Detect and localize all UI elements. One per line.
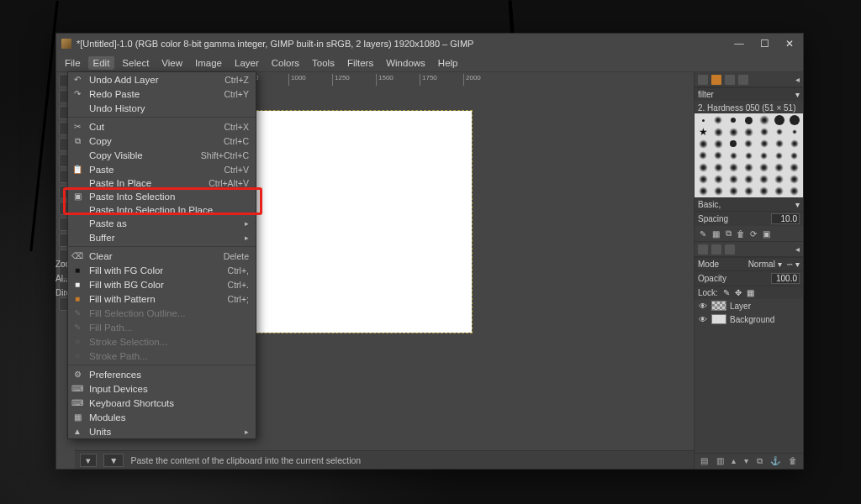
visibility-icon[interactable]: 👁 [698, 315, 708, 324]
dock-tab[interactable] [738, 75, 748, 85]
opacity-input[interactable] [771, 273, 800, 284]
brush-preset[interactable] [772, 150, 787, 161]
brush-preset[interactable] [726, 161, 741, 173]
dock-tab[interactable] [725, 244, 735, 255]
delete-layer-icon[interactable]: 🗑 [789, 456, 797, 466]
menu-item-buffer[interactable]: Buffer▸ [68, 230, 256, 244]
visibility-icon[interactable]: 👁 [698, 302, 708, 311]
brush-preset[interactable] [787, 161, 802, 173]
brush-preset[interactable] [772, 114, 787, 126]
brush-preset[interactable] [772, 173, 787, 185]
mode-value[interactable]: Normal [748, 260, 775, 269]
dup-layer-icon[interactable]: ⧉ [757, 456, 763, 466]
menu-tools[interactable]: Tools [307, 56, 340, 70]
brush-preset[interactable] [710, 161, 726, 173]
brush-preset[interactable] [787, 173, 802, 185]
menu-select[interactable]: Select [117, 56, 154, 70]
brush-preset[interactable] [787, 126, 802, 138]
layer-row[interactable]: 👁 Layer [695, 299, 803, 312]
titlebar[interactable]: *[Untitled]-1.0 (RGB color 8-bit gamma i… [56, 34, 803, 54]
brush-preset[interactable] [787, 150, 802, 161]
menu-item-paste-into-selection-in-place[interactable]: Paste Into Selection In Place [68, 203, 256, 216]
dock-tab[interactable] [711, 244, 721, 255]
brush-preset[interactable] [726, 173, 741, 185]
brush-preset[interactable] [757, 173, 772, 185]
brush-preset[interactable] [726, 126, 741, 138]
brush-preset[interactable] [695, 138, 710, 150]
refresh-icon[interactable]: ⟳ [748, 228, 758, 239]
brush-preset[interactable] [757, 126, 772, 138]
dock-tab[interactable] [711, 75, 721, 85]
brush-preset[interactable] [726, 150, 741, 161]
brush-preset[interactable] [741, 161, 756, 173]
brush-preset[interactable] [710, 138, 726, 150]
brush-preset[interactable] [695, 150, 710, 161]
new-layer-icon[interactable]: ▤ [700, 456, 708, 466]
brush-preset[interactable] [741, 150, 756, 161]
menu-item-undo-history[interactable]: Undo History [68, 101, 256, 115]
filter-row[interactable]: filter ▾ [695, 87, 803, 101]
menu-item-paste-as[interactable]: Paste as▸ [68, 216, 256, 230]
menu-item-paste-into-selection[interactable]: ▣Paste Into Selection [68, 189, 256, 203]
brush-preset[interactable] [741, 185, 756, 197]
menu-item-units[interactable]: ▲Units▸ [68, 424, 256, 438]
menu-item-preferences[interactable]: ⚙Preferences [68, 367, 256, 381]
spacing-input[interactable] [771, 213, 800, 224]
dup-icon[interactable]: ⧉ [723, 228, 733, 239]
lower-layer-icon[interactable]: ▾ [744, 456, 748, 466]
brush-preset[interactable] [695, 185, 710, 197]
menu-item-undo-add-layer[interactable]: ↶Undo Add LayerCtrl+Z [68, 72, 256, 87]
brush-preset[interactable] [757, 161, 772, 173]
menu-item-clear[interactable]: ⌫ClearDelete [68, 249, 256, 263]
dock-menu-icon[interactable]: ◂ [795, 75, 800, 84]
lock-position-icon[interactable]: ✥ [735, 288, 742, 297]
brush-preset[interactable] [772, 185, 787, 197]
raise-layer-icon[interactable]: ▴ [732, 456, 736, 466]
menu-item-redo-paste[interactable]: ↷Redo PasteCtrl+Y [68, 87, 256, 101]
brush-preset[interactable] [710, 185, 726, 197]
brush-preset[interactable] [757, 185, 772, 197]
brush-preset[interactable] [741, 173, 756, 185]
brush-preset[interactable] [741, 138, 756, 150]
menu-windows[interactable]: Windows [381, 56, 430, 70]
brush-preset[interactable] [772, 161, 787, 173]
menu-item-fill-with-pattern[interactable]: ■Fill with PatternCtrl+; [68, 291, 256, 306]
menu-image[interactable]: Image [190, 56, 227, 70]
brush-preset[interactable] [787, 138, 802, 150]
layer-group-icon[interactable]: ▥ [716, 456, 724, 466]
minimize-button[interactable]: — [731, 38, 747, 50]
brush-preset[interactable] [710, 114, 726, 126]
maximize-button[interactable]: ☐ [756, 38, 773, 50]
brush-preset[interactable] [757, 138, 772, 150]
dock-tab[interactable] [725, 75, 735, 85]
brush-preset[interactable] [726, 185, 741, 197]
brush-preset[interactable] [710, 126, 726, 138]
new-icon[interactable]: ▦ [710, 228, 721, 239]
del-icon[interactable]: 🗑 [736, 228, 746, 239]
brush-preset[interactable] [772, 126, 787, 138]
layer-row[interactable]: 👁 Background [695, 312, 803, 326]
preset-selector[interactable]: Basic,▾ [695, 197, 803, 211]
brush-grid[interactable]: ★ [695, 113, 803, 197]
menu-file[interactable]: File [60, 56, 86, 70]
menu-item-copy-visible[interactable]: Copy VisibleShift+Ctrl+C [68, 148, 256, 162]
menu-item-cut[interactable]: ✂CutCtrl+X [68, 119, 256, 134]
brush-preset[interactable]: ★ [695, 126, 710, 138]
brush-preset[interactable] [695, 114, 710, 126]
menu-item-modules[interactable]: ▦Modules [68, 410, 256, 424]
brush-preset[interactable] [710, 173, 726, 185]
open-icon[interactable]: ▣ [761, 228, 771, 239]
brush-preset[interactable] [787, 185, 802, 197]
lock-pixels-icon[interactable]: ✎ [723, 288, 730, 297]
brush-preset[interactable] [757, 114, 772, 126]
close-button[interactable]: ✕ [781, 38, 798, 50]
menu-view[interactable]: View [156, 56, 188, 70]
anchor-icon[interactable]: ⚓ [770, 456, 780, 466]
menu-item-fill-with-bg-color[interactable]: ■Fill with BG ColorCtrl+. [68, 277, 256, 291]
brush-preset[interactable] [787, 114, 802, 126]
brush-preset[interactable] [741, 114, 756, 126]
brush-preset[interactable] [772, 138, 787, 150]
menu-item-fill-with-fg-color[interactable]: ■Fill with FG ColorCtrl+, [68, 263, 256, 277]
menu-filters[interactable]: Filters [342, 56, 378, 70]
brush-preset[interactable] [710, 150, 726, 161]
